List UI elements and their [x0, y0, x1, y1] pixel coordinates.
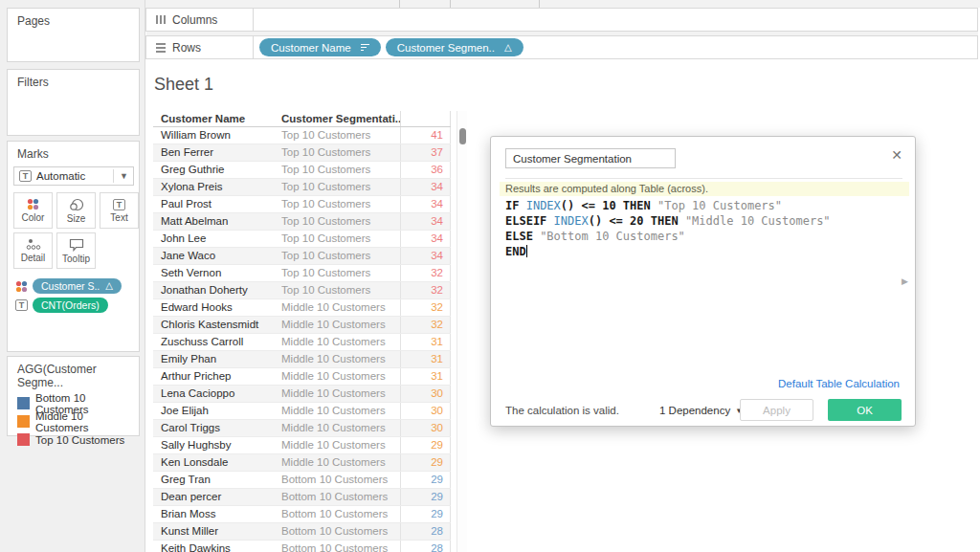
table-row[interactable]: Jonathan DohertyTop 10 Customers32	[153, 282, 451, 299]
table-row[interactable]: Carol TriggsMiddle 10 Customers30	[153, 420, 451, 437]
customer-name-cell[interactable]: Arthur Prichep	[153, 368, 281, 385]
customer-name-cell[interactable]: Greg Tran	[153, 472, 281, 488]
filters-shelf[interactable]: Filters	[7, 69, 140, 136]
count-orders-cell[interactable]: 29	[400, 472, 451, 488]
count-orders-cell[interactable]: 28	[400, 523, 451, 540]
count-orders-cell[interactable]: 32	[400, 299, 451, 316]
table-row[interactable]: Paul ProstTop 10 Customers34	[153, 196, 451, 213]
count-orders-cell[interactable]: 34	[400, 231, 451, 247]
count-orders-cell[interactable]: 31	[400, 334, 451, 350]
table-row[interactable]: Zuschuss CarrollMiddle 10 Customers31	[153, 334, 451, 351]
customer-name-cell[interactable]: Matt Abelman	[153, 213, 281, 230]
count-orders-cell[interactable]: 30	[400, 386, 451, 402]
customer-name-cell[interactable]: Carol Triggs	[153, 420, 281, 436]
rows-shelf-pill[interactable]: Customer Segmen..△	[386, 38, 523, 56]
customer-name-cell[interactable]: Keith Dawkins	[153, 541, 281, 552]
customer-name-cell[interactable]: Ben Ferrer	[153, 144, 281, 161]
customer-name-cell[interactable]: Joe Elijah	[153, 403, 281, 419]
customer-name-cell[interactable]: Seth Vernon	[153, 265, 281, 281]
table-row[interactable]: Xylona PreisTop 10 Customers34	[153, 179, 451, 196]
marks-pill[interactable]: CNT(Orders)	[33, 298, 108, 313]
customer-name-cell[interactable]: Xylona Preis	[153, 179, 281, 195]
count-orders-cell[interactable]: 31	[400, 351, 451, 367]
table-row[interactable]: Seth VernonTop 10 Customers32	[153, 265, 451, 282]
customer-name-cell[interactable]: Chloris Kastensmidt	[153, 317, 281, 333]
customer-name-cell[interactable]: Greg Guthrie	[153, 162, 281, 178]
customer-name-cell[interactable]: John Lee	[153, 231, 281, 247]
segment-cell[interactable]: Bottom 10 Customers	[281, 489, 400, 505]
close-icon[interactable]: ✕	[891, 147, 902, 163]
count-orders-cell[interactable]: 41	[400, 127, 451, 144]
count-orders-cell[interactable]: 31	[400, 368, 451, 385]
table-row[interactable]: Dean percerBottom 10 Customers29	[153, 489, 451, 506]
table-row[interactable]: Jane WacoTop 10 Customers34	[153, 248, 451, 265]
customer-name-cell[interactable]: Paul Prost	[153, 196, 281, 212]
rows-shelf-pill[interactable]: Customer Name	[259, 38, 381, 56]
tooltip-button[interactable]: Tooltip	[56, 232, 96, 269]
table-row[interactable]: Greg GuthrieTop 10 Customers36	[153, 162, 451, 179]
segment-cell[interactable]: Top 10 Customers	[281, 213, 400, 230]
segment-cell[interactable]: Bottom 10 Customers	[281, 541, 400, 552]
segment-cell[interactable]: Middle 10 Customers	[281, 420, 400, 436]
header-customer-name[interactable]: Customer Name	[153, 113, 281, 124]
table-row[interactable]: Ken LonsdaleMiddle 10 Customers29	[153, 454, 451, 472]
mark-type-dropdown[interactable]: T Automatic ▼	[13, 166, 134, 186]
table-row[interactable]: Edward HooksMiddle 10 Customers32	[153, 299, 451, 317]
segment-cell[interactable]: Top 10 Customers	[281, 248, 400, 264]
pages-shelf[interactable]: Pages	[7, 8, 140, 62]
dependency-dropdown[interactable]: 1 Dependency ▼	[659, 405, 743, 416]
table-row[interactable]: Joe ElijahMiddle 10 Customers30	[153, 403, 451, 420]
customer-name-cell[interactable]: Jane Waco	[153, 248, 281, 264]
table-row[interactable]: Kunst MillerBottom 10 Customers28	[153, 523, 451, 541]
segment-cell[interactable]: Middle 10 Customers	[281, 386, 400, 402]
segment-cell[interactable]: Middle 10 Customers	[281, 403, 400, 419]
segment-cell[interactable]: Bottom 10 Customers	[281, 472, 400, 488]
segment-cell[interactable]: Top 10 Customers	[281, 231, 400, 247]
segment-cell[interactable]: Bottom 10 Customers	[281, 506, 400, 522]
expand-functions-icon[interactable]: ▶	[902, 276, 908, 286]
text-button[interactable]: TText	[100, 192, 139, 229]
segment-cell[interactable]: Top 10 Customers	[281, 144, 400, 161]
customer-name-cell[interactable]: Dean percer	[153, 489, 281, 505]
table-row[interactable]: Keith DawkinsBottom 10 Customers28	[153, 541, 451, 552]
segment-cell[interactable]: Top 10 Customers	[281, 265, 400, 281]
count-orders-cell[interactable]: 29	[400, 454, 451, 471]
customer-name-cell[interactable]: Brian Moss	[153, 506, 281, 522]
marks-pill[interactable]: Customer S..△	[33, 278, 122, 294]
count-orders-cell[interactable]: 29	[400, 489, 451, 505]
table-row[interactable]: Greg TranBottom 10 Customers29	[153, 472, 451, 489]
count-orders-cell[interactable]: 32	[400, 282, 451, 298]
segment-cell[interactable]: Top 10 Customers	[281, 127, 400, 144]
vertical-scrollbar[interactable]	[457, 111, 467, 552]
count-orders-cell[interactable]: 32	[400, 317, 451, 333]
count-orders-cell[interactable]: 34	[400, 196, 451, 212]
table-row[interactable]: Sally HughsbyMiddle 10 Customers29	[153, 437, 451, 454]
customer-name-cell[interactable]: Zuschuss Carroll	[153, 334, 281, 350]
customer-name-cell[interactable]: Ken Lonsdale	[153, 454, 281, 471]
scrollbar-thumb[interactable]	[459, 128, 466, 144]
table-row[interactable]: Lena CacioppoMiddle 10 Customers30	[153, 386, 451, 403]
customer-name-cell[interactable]: Lena Cacioppo	[153, 386, 281, 402]
segment-cell[interactable]: Top 10 Customers	[281, 179, 400, 195]
formula-editor[interactable]: IF INDEX() <= 10 THEN "Top 10 Customers"…	[505, 198, 831, 259]
count-orders-cell[interactable]: 30	[400, 420, 451, 436]
table-row[interactable]: Emily PhanMiddle 10 Customers31	[153, 351, 451, 368]
customer-name-cell[interactable]: Sally Hughsby	[153, 437, 281, 453]
table-row[interactable]: William BrownTop 10 Customers41	[153, 127, 451, 144]
legend-item[interactable]: Top 10 Customers	[17, 431, 139, 449]
table-row[interactable]: John LeeTop 10 Customers34	[153, 231, 451, 248]
table-row[interactable]: Arthur PrichepMiddle 10 Customers31	[153, 368, 451, 386]
count-orders-cell[interactable]: 36	[400, 162, 451, 178]
customer-name-cell[interactable]: William Brown	[153, 127, 281, 144]
calculation-name-input[interactable]	[505, 148, 676, 168]
segment-cell[interactable]: Middle 10 Customers	[281, 334, 400, 350]
customer-name-cell[interactable]: Kunst Miller	[153, 523, 281, 540]
count-orders-cell[interactable]: 28	[400, 541, 451, 552]
customer-name-cell[interactable]: Emily Phan	[153, 351, 281, 367]
customer-name-cell[interactable]: Jonathan Doherty	[153, 282, 281, 298]
segment-cell[interactable]: Top 10 Customers	[281, 196, 400, 212]
size-button[interactable]: Size	[56, 192, 96, 229]
detail-button[interactable]: Detail	[13, 232, 53, 269]
count-orders-cell[interactable]: 29	[400, 506, 451, 522]
rows-shelf[interactable]: Rows Customer NameCustomer Segmen..△	[145, 35, 978, 59]
